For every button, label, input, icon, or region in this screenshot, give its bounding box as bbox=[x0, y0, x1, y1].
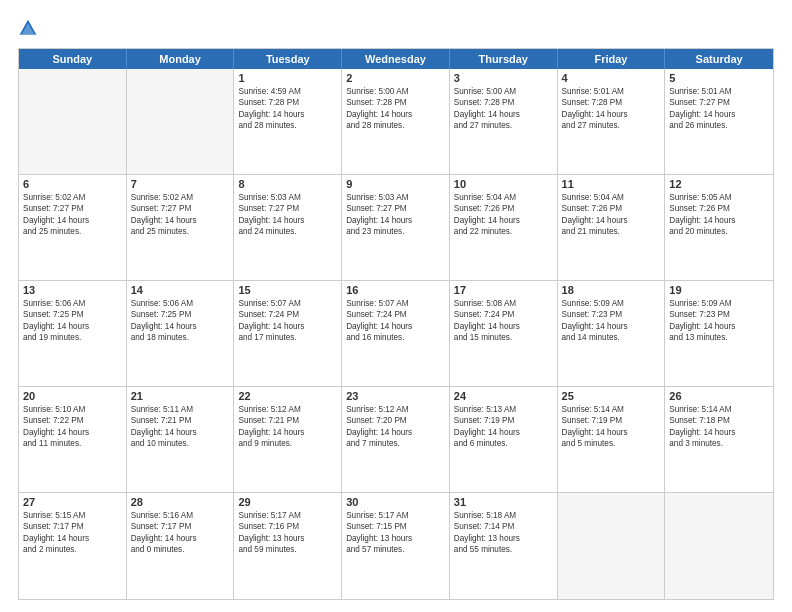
weekday-header-wednesday: Wednesday bbox=[342, 49, 450, 69]
calendar-header: SundayMondayTuesdayWednesdayThursdayFrid… bbox=[19, 49, 773, 69]
day-number: 21 bbox=[131, 390, 230, 402]
calendar-cell-1 bbox=[127, 69, 235, 174]
calendar-cell-2: 1Sunrise: 4:59 AMSunset: 7:28 PMDaylight… bbox=[234, 69, 342, 174]
cell-line-2: Daylight: 14 hours bbox=[131, 215, 230, 226]
cell-line-2: Daylight: 14 hours bbox=[346, 321, 445, 332]
cell-line-2: Daylight: 14 hours bbox=[131, 427, 230, 438]
cell-line-1: Sunset: 7:27 PM bbox=[238, 203, 337, 214]
weekday-header-friday: Friday bbox=[558, 49, 666, 69]
calendar-week-5: 27Sunrise: 5:15 AMSunset: 7:17 PMDayligh… bbox=[19, 493, 773, 599]
day-number: 22 bbox=[238, 390, 337, 402]
cell-line-2: Daylight: 14 hours bbox=[238, 109, 337, 120]
cell-line-2: Daylight: 14 hours bbox=[669, 321, 769, 332]
cell-line-2: Daylight: 14 hours bbox=[238, 215, 337, 226]
cell-line-0: Sunrise: 5:11 AM bbox=[131, 404, 230, 415]
day-number: 11 bbox=[562, 178, 661, 190]
cell-line-1: Sunset: 7:27 PM bbox=[346, 203, 445, 214]
calendar-cell-17: 16Sunrise: 5:07 AMSunset: 7:24 PMDayligh… bbox=[342, 281, 450, 386]
calendar-cell-13: 12Sunrise: 5:05 AMSunset: 7:26 PMDayligh… bbox=[665, 175, 773, 280]
cell-line-3: and 7 minutes. bbox=[346, 438, 445, 449]
cell-line-1: Sunset: 7:19 PM bbox=[454, 415, 553, 426]
day-number: 7 bbox=[131, 178, 230, 190]
cell-line-0: Sunrise: 5:12 AM bbox=[346, 404, 445, 415]
cell-line-1: Sunset: 7:22 PM bbox=[23, 415, 122, 426]
cell-line-2: Daylight: 14 hours bbox=[454, 427, 553, 438]
cell-line-1: Sunset: 7:17 PM bbox=[23, 521, 122, 532]
cell-line-1: Sunset: 7:28 PM bbox=[346, 97, 445, 108]
cell-line-2: Daylight: 13 hours bbox=[238, 533, 337, 544]
day-number: 14 bbox=[131, 284, 230, 296]
calendar-cell-6: 5Sunrise: 5:01 AMSunset: 7:27 PMDaylight… bbox=[665, 69, 773, 174]
weekday-header-sunday: Sunday bbox=[19, 49, 127, 69]
logo-icon bbox=[18, 18, 38, 38]
cell-line-0: Sunrise: 5:17 AM bbox=[238, 510, 337, 521]
cell-line-3: and 24 minutes. bbox=[238, 226, 337, 237]
calendar-cell-32: 31Sunrise: 5:18 AMSunset: 7:14 PMDayligh… bbox=[450, 493, 558, 599]
calendar-cell-10: 9Sunrise: 5:03 AMSunset: 7:27 PMDaylight… bbox=[342, 175, 450, 280]
cell-line-1: Sunset: 7:24 PM bbox=[346, 309, 445, 320]
cell-line-0: Sunrise: 5:00 AM bbox=[346, 86, 445, 97]
day-number: 18 bbox=[562, 284, 661, 296]
cell-line-3: and 3 minutes. bbox=[669, 438, 769, 449]
cell-line-3: and 28 minutes. bbox=[346, 120, 445, 131]
day-number: 15 bbox=[238, 284, 337, 296]
calendar-cell-0 bbox=[19, 69, 127, 174]
cell-line-2: Daylight: 14 hours bbox=[669, 215, 769, 226]
day-number: 19 bbox=[669, 284, 769, 296]
calendar-cell-31: 30Sunrise: 5:17 AMSunset: 7:15 PMDayligh… bbox=[342, 493, 450, 599]
cell-line-2: Daylight: 14 hours bbox=[23, 533, 122, 544]
cell-line-2: Daylight: 14 hours bbox=[23, 427, 122, 438]
day-number: 25 bbox=[562, 390, 661, 402]
calendar-cell-29: 28Sunrise: 5:16 AMSunset: 7:17 PMDayligh… bbox=[127, 493, 235, 599]
cell-line-0: Sunrise: 5:03 AM bbox=[238, 192, 337, 203]
day-number: 23 bbox=[346, 390, 445, 402]
cell-line-0: Sunrise: 5:18 AM bbox=[454, 510, 553, 521]
day-number: 10 bbox=[454, 178, 553, 190]
cell-line-3: and 10 minutes. bbox=[131, 438, 230, 449]
day-number: 6 bbox=[23, 178, 122, 190]
cell-line-0: Sunrise: 5:04 AM bbox=[562, 192, 661, 203]
cell-line-2: Daylight: 14 hours bbox=[562, 427, 661, 438]
cell-line-1: Sunset: 7:21 PM bbox=[238, 415, 337, 426]
calendar-cell-5: 4Sunrise: 5:01 AMSunset: 7:28 PMDaylight… bbox=[558, 69, 666, 174]
cell-line-2: Daylight: 14 hours bbox=[131, 533, 230, 544]
cell-line-0: Sunrise: 5:07 AM bbox=[346, 298, 445, 309]
cell-line-3: and 18 minutes. bbox=[131, 332, 230, 343]
cell-line-2: Daylight: 14 hours bbox=[346, 427, 445, 438]
cell-line-0: Sunrise: 5:05 AM bbox=[669, 192, 769, 203]
calendar-body: 1Sunrise: 4:59 AMSunset: 7:28 PMDaylight… bbox=[19, 69, 773, 599]
day-number: 12 bbox=[669, 178, 769, 190]
cell-line-0: Sunrise: 5:14 AM bbox=[669, 404, 769, 415]
day-number: 20 bbox=[23, 390, 122, 402]
cell-line-3: and 27 minutes. bbox=[454, 120, 553, 131]
cell-line-1: Sunset: 7:19 PM bbox=[562, 415, 661, 426]
cell-line-1: Sunset: 7:26 PM bbox=[454, 203, 553, 214]
calendar-cell-27: 26Sunrise: 5:14 AMSunset: 7:18 PMDayligh… bbox=[665, 387, 773, 492]
cell-line-1: Sunset: 7:14 PM bbox=[454, 521, 553, 532]
cell-line-3: and 6 minutes. bbox=[454, 438, 553, 449]
cell-line-3: and 19 minutes. bbox=[23, 332, 122, 343]
cell-line-2: Daylight: 14 hours bbox=[238, 321, 337, 332]
cell-line-2: Daylight: 14 hours bbox=[562, 109, 661, 120]
cell-line-3: and 14 minutes. bbox=[562, 332, 661, 343]
day-number: 8 bbox=[238, 178, 337, 190]
cell-line-0: Sunrise: 5:00 AM bbox=[454, 86, 553, 97]
cell-line-1: Sunset: 7:24 PM bbox=[238, 309, 337, 320]
calendar-cell-11: 10Sunrise: 5:04 AMSunset: 7:26 PMDayligh… bbox=[450, 175, 558, 280]
cell-line-0: Sunrise: 4:59 AM bbox=[238, 86, 337, 97]
day-number: 28 bbox=[131, 496, 230, 508]
cell-line-1: Sunset: 7:27 PM bbox=[23, 203, 122, 214]
calendar: SundayMondayTuesdayWednesdayThursdayFrid… bbox=[18, 48, 774, 600]
calendar-cell-4: 3Sunrise: 5:00 AMSunset: 7:28 PMDaylight… bbox=[450, 69, 558, 174]
calendar-cell-21: 20Sunrise: 5:10 AMSunset: 7:22 PMDayligh… bbox=[19, 387, 127, 492]
cell-line-3: and 23 minutes. bbox=[346, 226, 445, 237]
calendar-cell-12: 11Sunrise: 5:04 AMSunset: 7:26 PMDayligh… bbox=[558, 175, 666, 280]
cell-line-2: Daylight: 13 hours bbox=[454, 533, 553, 544]
cell-line-0: Sunrise: 5:09 AM bbox=[562, 298, 661, 309]
cell-line-3: and 9 minutes. bbox=[238, 438, 337, 449]
day-number: 26 bbox=[669, 390, 769, 402]
cell-line-0: Sunrise: 5:14 AM bbox=[562, 404, 661, 415]
logo bbox=[18, 18, 42, 38]
cell-line-1: Sunset: 7:27 PM bbox=[669, 97, 769, 108]
cell-line-2: Daylight: 14 hours bbox=[454, 109, 553, 120]
